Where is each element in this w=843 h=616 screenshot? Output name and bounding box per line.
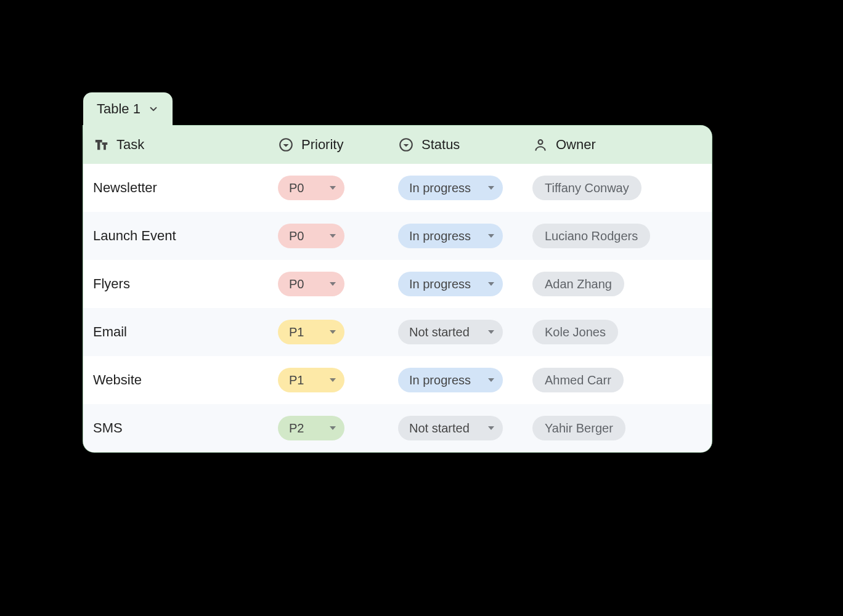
priority-value: P1 <box>289 325 304 339</box>
chevron-down-icon <box>148 103 159 115</box>
table-row: SMSP2Not startedYahir Berger <box>83 404 712 452</box>
table-tab[interactable]: Table 1 <box>83 92 173 126</box>
owner-name: Yahir Berger <box>545 421 613 436</box>
owner-name: Kole Jones <box>545 325 606 339</box>
cell-task[interactable]: SMS <box>83 420 268 436</box>
caret-down-icon <box>330 186 336 190</box>
table-row: NewsletterP0In progressTiffany Conway <box>83 164 712 212</box>
status-value: In progress <box>409 181 471 195</box>
cell-priority: P0 <box>268 176 388 200</box>
text-icon <box>93 137 109 153</box>
status-chip[interactable]: Not started <box>398 416 503 440</box>
owner-name: Tiffany Conway <box>545 181 629 195</box>
table-tab-label: Table 1 <box>97 101 140 117</box>
priority-value: P2 <box>289 421 304 436</box>
cell-owner: Ahmed Carr <box>523 368 711 392</box>
owner-chip[interactable]: Tiffany Conway <box>532 176 641 200</box>
caret-down-icon <box>488 282 494 286</box>
caret-down-icon <box>330 378 336 382</box>
task-text: Email <box>93 324 127 340</box>
task-text: Launch Event <box>93 228 176 244</box>
cell-status: Not started <box>388 416 523 440</box>
caret-down-icon <box>330 282 336 286</box>
table-row: FlyersP0In progressAdan Zhang <box>83 260 712 308</box>
priority-chip[interactable]: P1 <box>278 368 344 392</box>
status-chip[interactable]: Not started <box>398 320 503 344</box>
table-row: EmailP1Not startedKole Jones <box>83 308 712 356</box>
owner-chip[interactable]: Ahmed Carr <box>532 368 624 392</box>
priority-value: P0 <box>289 181 304 195</box>
task-text: Website <box>93 372 142 388</box>
cell-owner: Adan Zhang <box>523 272 711 296</box>
priority-value: P0 <box>289 277 304 291</box>
owner-name: Luciano Rodgers <box>545 229 638 243</box>
caret-down-icon <box>488 378 494 382</box>
status-value: In progress <box>409 277 471 291</box>
cell-task[interactable]: Flyers <box>83 276 268 292</box>
priority-chip[interactable]: P1 <box>278 320 344 344</box>
priority-chip[interactable]: P0 <box>278 176 344 200</box>
cell-task[interactable]: Newsletter <box>83 180 268 196</box>
status-value: Not started <box>409 421 470 436</box>
column-header-owner[interactable]: Owner <box>523 134 711 155</box>
table-header: Task Priority Status Owner <box>83 126 712 164</box>
task-text: Flyers <box>93 276 130 292</box>
cell-owner: Kole Jones <box>523 320 711 344</box>
status-value: Not started <box>409 325 470 339</box>
caret-down-icon <box>330 234 336 238</box>
caret-down-icon <box>330 330 336 334</box>
owner-chip[interactable]: Kole Jones <box>532 320 618 344</box>
task-text: Newsletter <box>93 180 157 196</box>
priority-chip[interactable]: P2 <box>278 416 344 440</box>
caret-down-icon <box>488 330 494 334</box>
cell-status: In progress <box>388 176 523 200</box>
priority-value: P1 <box>289 373 304 387</box>
table: Task Priority Status Owner NewsletterP0I… <box>83 126 712 452</box>
table-row: WebsiteP1In progressAhmed Carr <box>83 356 712 404</box>
task-text: SMS <box>93 420 123 436</box>
dropdown-circle-icon <box>278 137 294 153</box>
cell-priority: P0 <box>268 224 388 248</box>
table-widget: Table 1 Task Priority Status Owner Newsl… <box>83 92 712 452</box>
priority-chip[interactable]: P0 <box>278 272 344 296</box>
caret-down-icon <box>488 426 494 430</box>
priority-chip[interactable]: P0 <box>278 224 344 248</box>
table-body: NewsletterP0In progressTiffany ConwayLau… <box>83 164 712 452</box>
cell-priority: P1 <box>268 368 388 392</box>
status-chip[interactable]: In progress <box>398 176 503 200</box>
cell-priority: P2 <box>268 416 388 440</box>
dropdown-circle-icon <box>398 137 414 153</box>
status-value: In progress <box>409 229 471 243</box>
cell-task[interactable]: Website <box>83 372 268 388</box>
cell-status: Not started <box>388 320 523 344</box>
owner-chip[interactable]: Yahir Berger <box>532 416 625 440</box>
priority-value: P0 <box>289 229 304 243</box>
cell-owner: Tiffany Conway <box>523 176 711 200</box>
cell-owner: Yahir Berger <box>523 416 711 440</box>
person-icon <box>532 137 548 153</box>
cell-owner: Luciano Rodgers <box>523 224 711 248</box>
cell-status: In progress <box>388 368 523 392</box>
caret-down-icon <box>488 186 494 190</box>
column-header-status[interactable]: Status <box>388 134 523 155</box>
owner-name: Ahmed Carr <box>545 373 611 387</box>
column-header-label: Priority <box>301 137 343 153</box>
column-header-label: Task <box>116 137 144 153</box>
cell-status: In progress <box>388 272 523 296</box>
status-chip[interactable]: In progress <box>398 272 503 296</box>
column-header-priority[interactable]: Priority <box>268 134 388 155</box>
owner-chip[interactable]: Luciano Rodgers <box>532 224 650 248</box>
caret-down-icon <box>330 426 336 430</box>
column-header-label: Owner <box>556 137 596 153</box>
status-chip[interactable]: In progress <box>398 224 503 248</box>
cell-priority: P0 <box>268 272 388 296</box>
cell-task[interactable]: Launch Event <box>83 228 268 244</box>
status-chip[interactable]: In progress <box>398 368 503 392</box>
column-header-task[interactable]: Task <box>83 134 268 155</box>
status-value: In progress <box>409 373 471 387</box>
column-header-label: Status <box>422 137 460 153</box>
owner-chip[interactable]: Adan Zhang <box>532 272 624 296</box>
cell-priority: P1 <box>268 320 388 344</box>
cell-task[interactable]: Email <box>83 324 268 340</box>
cell-status: In progress <box>388 224 523 248</box>
